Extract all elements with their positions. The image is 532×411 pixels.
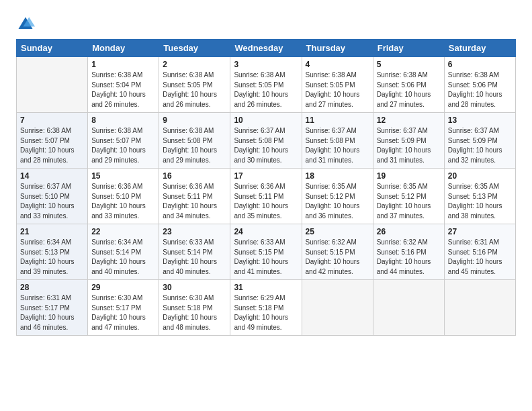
calendar-cell: 24Sunrise: 6:33 AM Sunset: 5:15 PM Dayli… (230, 224, 302, 280)
calendar-cell: 13Sunrise: 6:37 AM Sunset: 5:09 PM Dayli… (444, 113, 515, 169)
cell-info: Sunrise: 6:37 AM Sunset: 5:08 PM Dayligh… (306, 126, 369, 165)
calendar-cell (444, 280, 515, 336)
cell-day-number: 25 (306, 227, 369, 236)
cell-info: Sunrise: 6:31 AM Sunset: 5:16 PM Dayligh… (448, 238, 512, 277)
cell-day-number: 7 (20, 116, 84, 125)
cell-day-number: 31 (234, 283, 298, 292)
cell-day-number: 29 (91, 283, 155, 292)
cell-info: Sunrise: 6:38 AM Sunset: 5:05 PM Dayligh… (306, 71, 369, 109)
cell-day-number: 8 (91, 116, 155, 125)
cell-day-number: 5 (377, 60, 441, 69)
cell-info: Sunrise: 6:35 AM Sunset: 5:13 PM Dayligh… (448, 182, 512, 221)
cell-day-number: 20 (448, 171, 512, 181)
cell-day-number: 24 (234, 227, 298, 236)
cell-day-number: 2 (163, 60, 226, 69)
logo-icon (16, 15, 35, 34)
cell-info: Sunrise: 6:33 AM Sunset: 5:15 PM Dayligh… (234, 238, 298, 277)
calendar-cell: 29Sunrise: 6:30 AM Sunset: 5:17 PM Dayli… (88, 280, 159, 336)
cell-day-number: 9 (163, 116, 226, 125)
calendar-cell: 6Sunrise: 6:38 AM Sunset: 5:06 PM Daylig… (444, 57, 515, 113)
cell-info: Sunrise: 6:37 AM Sunset: 5:09 PM Dayligh… (448, 126, 512, 165)
calendar-week-3: 14Sunrise: 6:37 AM Sunset: 5:10 PM Dayli… (17, 169, 516, 224)
cell-info: Sunrise: 6:33 AM Sunset: 5:14 PM Dayligh… (163, 238, 226, 277)
calendar-cell: 18Sunrise: 6:35 AM Sunset: 5:12 PM Dayli… (302, 169, 373, 224)
cell-info: Sunrise: 6:29 AM Sunset: 5:18 PM Dayligh… (234, 293, 298, 332)
cell-info: Sunrise: 6:34 AM Sunset: 5:14 PM Dayligh… (91, 238, 155, 277)
calendar-week-5: 28Sunrise: 6:31 AM Sunset: 5:17 PM Dayli… (17, 280, 516, 336)
calendar-cell: 9Sunrise: 6:38 AM Sunset: 5:08 PM Daylig… (159, 113, 230, 169)
calendar-header-sunday: Sunday (17, 40, 88, 57)
calendar-cell: 5Sunrise: 6:38 AM Sunset: 5:06 PM Daylig… (373, 57, 444, 113)
calendar-cell: 7Sunrise: 6:38 AM Sunset: 5:07 PM Daylig… (17, 113, 88, 169)
cell-day-number: 17 (234, 171, 298, 181)
cell-day-number: 18 (306, 171, 369, 181)
calendar-cell: 22Sunrise: 6:34 AM Sunset: 5:14 PM Dayli… (88, 224, 159, 280)
logo (16, 15, 38, 34)
calendar-cell: 16Sunrise: 6:36 AM Sunset: 5:11 PM Dayli… (159, 169, 230, 224)
cell-info: Sunrise: 6:38 AM Sunset: 5:06 PM Dayligh… (377, 71, 441, 109)
cell-info: Sunrise: 6:38 AM Sunset: 5:05 PM Dayligh… (163, 71, 226, 109)
calendar-cell: 2Sunrise: 6:38 AM Sunset: 5:05 PM Daylig… (159, 57, 230, 113)
cell-info: Sunrise: 6:37 AM Sunset: 5:09 PM Dayligh… (377, 126, 441, 165)
cell-info: Sunrise: 6:38 AM Sunset: 5:08 PM Dayligh… (163, 126, 226, 165)
calendar-header-row: SundayMondayTuesdayWednesdayThursdayFrid… (17, 40, 516, 57)
calendar-cell: 11Sunrise: 6:37 AM Sunset: 5:08 PM Dayli… (302, 113, 373, 169)
calendar-header-monday: Monday (88, 40, 159, 57)
calendar-cell: 23Sunrise: 6:33 AM Sunset: 5:14 PM Dayli… (159, 224, 230, 280)
calendar-cell: 27Sunrise: 6:31 AM Sunset: 5:16 PM Dayli… (444, 224, 515, 280)
calendar-cell: 4Sunrise: 6:38 AM Sunset: 5:05 PM Daylig… (302, 57, 373, 113)
cell-day-number: 30 (163, 283, 226, 292)
calendar-week-1: 1Sunrise: 6:38 AM Sunset: 5:04 PM Daylig… (17, 57, 516, 113)
calendar-cell: 3Sunrise: 6:38 AM Sunset: 5:05 PM Daylig… (230, 57, 302, 113)
calendar-cell: 28Sunrise: 6:31 AM Sunset: 5:17 PM Dayli… (17, 280, 88, 336)
cell-info: Sunrise: 6:31 AM Sunset: 5:17 PM Dayligh… (20, 293, 84, 332)
cell-info: Sunrise: 6:38 AM Sunset: 5:06 PM Dayligh… (448, 71, 512, 109)
cell-day-number: 26 (377, 227, 441, 236)
calendar-cell: 19Sunrise: 6:35 AM Sunset: 5:12 PM Dayli… (373, 169, 444, 224)
cell-info: Sunrise: 6:30 AM Sunset: 5:17 PM Dayligh… (91, 293, 155, 332)
cell-day-number: 14 (20, 171, 84, 181)
cell-day-number: 27 (448, 227, 512, 236)
calendar-cell: 10Sunrise: 6:37 AM Sunset: 5:08 PM Dayli… (230, 113, 302, 169)
calendar-header-saturday: Saturday (444, 40, 515, 57)
cell-day-number: 16 (163, 171, 226, 181)
calendar-cell (17, 57, 88, 113)
cell-info: Sunrise: 6:30 AM Sunset: 5:18 PM Dayligh… (163, 293, 226, 332)
cell-info: Sunrise: 6:36 AM Sunset: 5:11 PM Dayligh… (163, 182, 226, 221)
cell-info: Sunrise: 6:32 AM Sunset: 5:15 PM Dayligh… (306, 238, 369, 277)
cell-info: Sunrise: 6:37 AM Sunset: 5:10 PM Dayligh… (20, 182, 84, 221)
cell-day-number: 22 (91, 227, 155, 236)
cell-day-number: 28 (20, 283, 84, 292)
cell-day-number: 19 (377, 171, 441, 181)
cell-day-number: 12 (377, 116, 441, 125)
cell-day-number: 1 (91, 60, 155, 69)
cell-info: Sunrise: 6:36 AM Sunset: 5:10 PM Dayligh… (91, 182, 155, 221)
calendar-header-tuesday: Tuesday (159, 40, 230, 57)
calendar-cell: 20Sunrise: 6:35 AM Sunset: 5:13 PM Dayli… (444, 169, 515, 224)
cell-info: Sunrise: 6:36 AM Sunset: 5:11 PM Dayligh… (234, 182, 298, 221)
calendar-header-thursday: Thursday (302, 40, 373, 57)
calendar-cell: 25Sunrise: 6:32 AM Sunset: 5:15 PM Dayli… (302, 224, 373, 280)
cell-info: Sunrise: 6:38 AM Sunset: 5:07 PM Dayligh… (20, 126, 84, 165)
cell-day-number: 23 (163, 227, 226, 236)
calendar-cell: 21Sunrise: 6:34 AM Sunset: 5:13 PM Dayli… (17, 224, 88, 280)
cell-day-number: 15 (91, 171, 155, 181)
calendar-cell (302, 280, 373, 336)
cell-day-number: 6 (448, 60, 512, 69)
cell-info: Sunrise: 6:38 AM Sunset: 5:07 PM Dayligh… (91, 126, 155, 165)
calendar-cell: 1Sunrise: 6:38 AM Sunset: 5:04 PM Daylig… (88, 57, 159, 113)
cell-info: Sunrise: 6:34 AM Sunset: 5:13 PM Dayligh… (20, 238, 84, 277)
cell-info: Sunrise: 6:32 AM Sunset: 5:16 PM Dayligh… (377, 238, 441, 277)
calendar-week-2: 7Sunrise: 6:38 AM Sunset: 5:07 PM Daylig… (17, 113, 516, 169)
page: SundayMondayTuesdayWednesdayThursdayFrid… (0, 0, 532, 348)
cell-info: Sunrise: 6:35 AM Sunset: 5:12 PM Dayligh… (306, 182, 369, 221)
calendar-cell: 17Sunrise: 6:36 AM Sunset: 5:11 PM Dayli… (230, 169, 302, 224)
cell-info: Sunrise: 6:38 AM Sunset: 5:05 PM Dayligh… (234, 71, 298, 109)
calendar-week-4: 21Sunrise: 6:34 AM Sunset: 5:13 PM Dayli… (17, 224, 516, 280)
cell-info: Sunrise: 6:37 AM Sunset: 5:08 PM Dayligh… (234, 126, 298, 165)
calendar-cell (373, 280, 444, 336)
calendar-header-wednesday: Wednesday (230, 40, 302, 57)
cell-day-number: 10 (234, 116, 298, 125)
cell-day-number: 21 (20, 227, 84, 236)
header (16, 12, 516, 34)
